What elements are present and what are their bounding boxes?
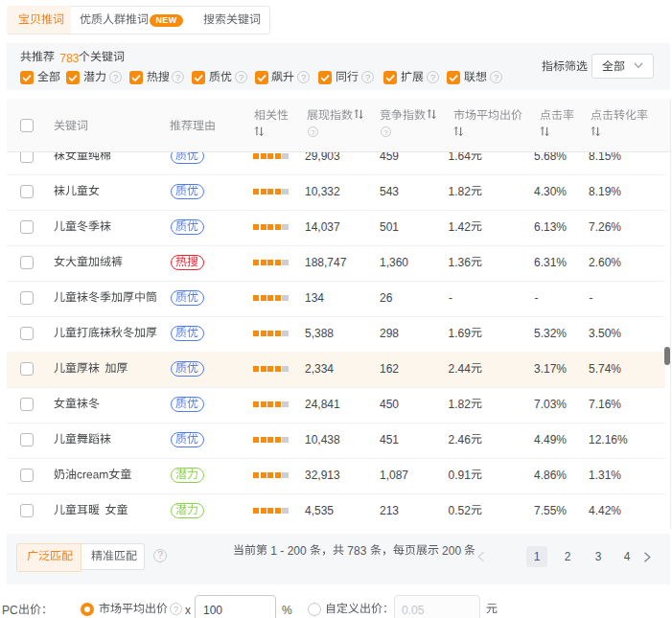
svg-text:?: ? [113,73,118,82]
svg-text:?: ? [383,127,388,136]
svg-text:?: ? [311,127,315,136]
svg-text:?: ? [494,73,498,82]
svg-text:?: ? [430,73,435,82]
svg-text:?: ? [364,73,369,82]
svg-text:?: ? [157,550,163,561]
svg-text:?: ? [174,605,178,614]
svg-text:?: ? [301,73,306,82]
svg-text:?: ? [175,73,180,82]
svg-text:?: ? [238,73,243,82]
